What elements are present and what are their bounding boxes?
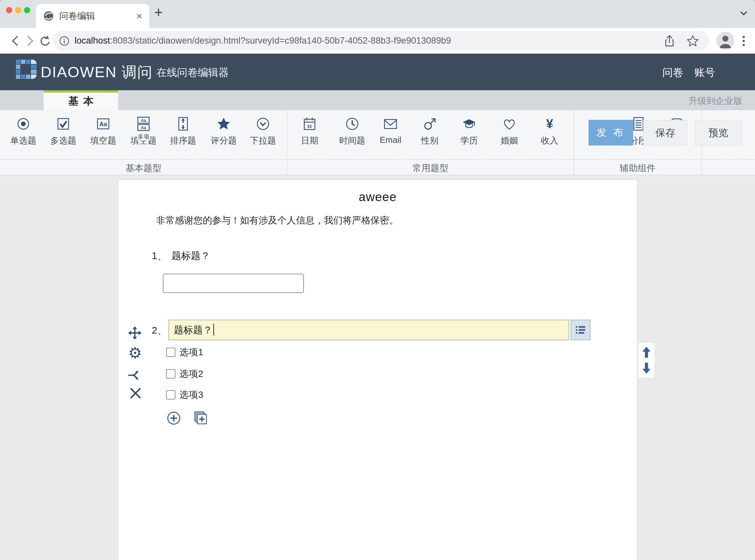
sort-icon xyxy=(176,116,191,132)
browser-toolbar: localhost:8083/static/diaowen/design.htm… xyxy=(0,28,755,54)
ribbon-item-date[interactable]: 31 日期 xyxy=(293,116,326,146)
survey-title[interactable]: aweee xyxy=(119,190,637,204)
label-divider xyxy=(0,159,755,159)
survey-description[interactable]: 非常感谢您的参与！如有涉及个人信息，我们将严格保密。 xyxy=(156,214,399,227)
textbox-multi-icon: Aa Aa xyxy=(136,116,151,132)
profile-avatar[interactable] xyxy=(716,32,734,49)
svg-text:¥: ¥ xyxy=(546,117,553,131)
ribbon-item-gender[interactable]: 性别 xyxy=(413,116,446,146)
question-settings-gear-icon[interactable]: ⚙ xyxy=(128,345,142,361)
ribbon-item-dropdown[interactable]: 下拉题 xyxy=(246,116,280,146)
svg-text:Aa: Aa xyxy=(141,125,146,130)
editor-stage: aweee 非常感谢您的参与！如有涉及个人信息，我们将严格保密。 1、题标题？ … xyxy=(0,176,755,560)
address-bar[interactable]: localhost:8083/static/diaowen/design.htm… xyxy=(53,31,709,51)
url-host: localhost xyxy=(75,36,110,46)
header-nav: 问卷 账号 xyxy=(662,65,715,80)
browser-menu-icon[interactable] xyxy=(737,34,750,48)
ribbon-tab-row: 基本 升级到企业版 xyxy=(0,90,755,110)
question-1-number: 1、 xyxy=(152,251,167,261)
ribbon-item-income[interactable]: ¥ 收入 xyxy=(533,116,566,146)
delete-question-icon[interactable] xyxy=(128,386,143,401)
clock-icon xyxy=(345,116,360,132)
move-question-icon[interactable] xyxy=(127,326,142,340)
survey-canvas: aweee 非常感谢您的参与！如有涉及个人信息，我们将严格保密。 1、题标题？ … xyxy=(118,180,637,560)
text-cursor xyxy=(213,324,214,336)
group-label-basic: 基本题型 xyxy=(0,162,287,174)
option-list-button[interactable] xyxy=(571,320,591,340)
ribbon-item-education[interactable]: 学历 xyxy=(452,116,486,146)
ribbon-item-multi-choice[interactable]: 多选题 xyxy=(47,116,80,146)
move-down-icon[interactable] xyxy=(640,362,653,375)
save-button[interactable]: 保存 xyxy=(643,120,688,145)
tab-search-chevron-icon[interactable] xyxy=(738,7,750,19)
person-icon xyxy=(716,32,734,49)
option-2-label[interactable]: 选项2 xyxy=(179,367,203,380)
url-path: :8083/static/diaowen/design.html?surveyI… xyxy=(110,36,451,46)
option-3-checkbox[interactable] xyxy=(166,390,176,400)
question-1-title-row[interactable]: 1、题标题？ xyxy=(152,249,210,263)
tab-strip: 问卷编辑 × + xyxy=(0,0,755,28)
radio-icon xyxy=(16,116,31,132)
globe-favicon-icon xyxy=(43,11,54,21)
calendar-icon: 31 xyxy=(302,116,317,132)
question-type-toolbar: 单选题 多选题 Aa 填空题 Aa Aa 多项 填空题 xyxy=(0,110,755,175)
browser-tab[interactable]: 问卷编辑 × xyxy=(36,4,149,28)
forward-icon[interactable] xyxy=(23,34,38,48)
male-icon xyxy=(422,116,437,132)
svg-text:Aa: Aa xyxy=(141,118,146,123)
option-row: 选项2 xyxy=(166,368,203,380)
ribbon-item-time[interactable]: 时间题 xyxy=(335,116,369,146)
option-2-checkbox[interactable] xyxy=(166,369,176,379)
svg-text:Aa: Aa xyxy=(99,121,107,127)
ribbon-item-single-choice[interactable]: 单选题 xyxy=(7,116,40,146)
ribbon-item-multi-fill-blank[interactable]: Aa Aa 多项 填空题 xyxy=(127,116,160,146)
batch-add-options-icon[interactable] xyxy=(193,411,208,426)
share-page-icon[interactable] xyxy=(662,34,676,48)
ribbon-item-marriage[interactable]: 婚姻 xyxy=(493,116,526,146)
svg-text:31: 31 xyxy=(307,124,312,129)
window-zoom-button[interactable] xyxy=(24,7,30,13)
yen-icon: ¥ xyxy=(542,116,557,132)
new-tab-button[interactable]: + xyxy=(150,5,166,21)
add-option-icon[interactable] xyxy=(166,411,181,426)
option-1-label[interactable]: 选项1 xyxy=(179,346,203,359)
upgrade-link[interactable]: 升级到企业版 xyxy=(689,95,742,107)
question-reorder-controls xyxy=(638,343,654,378)
ribbon-item-rating[interactable]: 评分题 xyxy=(207,116,240,146)
move-up-icon[interactable] xyxy=(640,345,653,359)
app-header: DIAOWEN 调问 在线问卷编辑器 问卷 账号 xyxy=(0,54,755,90)
diaowen-logo-icon xyxy=(16,60,37,85)
option-3-label[interactable]: 选项3 xyxy=(179,388,203,401)
logic-branch-icon[interactable] xyxy=(127,368,142,383)
star-icon xyxy=(216,116,231,132)
site-info-icon[interactable] xyxy=(59,35,70,47)
envelope-icon xyxy=(383,116,398,132)
window-minimize-button[interactable] xyxy=(15,7,21,13)
tab-title: 问卷编辑 xyxy=(59,10,136,22)
question-1-title: 题标题？ xyxy=(171,251,210,261)
app-subtitle: 在线问卷编辑器 xyxy=(157,65,229,80)
heart-icon xyxy=(502,116,517,132)
group-label-aux: 辅助组件 xyxy=(574,162,701,174)
option-row: 选项3 xyxy=(166,389,203,401)
bookmark-star-icon[interactable] xyxy=(686,34,700,48)
option-1-checkbox[interactable] xyxy=(166,347,176,357)
back-icon[interactable] xyxy=(7,34,22,48)
window-close-button[interactable] xyxy=(6,7,12,13)
tab-basic[interactable]: 基本 xyxy=(44,90,118,110)
dropdown-icon xyxy=(255,116,271,132)
option-row: 选项1 xyxy=(166,346,203,358)
checkbox-icon xyxy=(56,116,71,132)
preview-button[interactable]: 预览 xyxy=(695,120,742,145)
question-2-number: 2、 xyxy=(152,324,167,337)
ribbon-item-sort[interactable]: 排序题 xyxy=(166,116,200,146)
question-1-text-input[interactable] xyxy=(163,274,304,293)
publish-button[interactable]: 发 布 xyxy=(589,120,633,145)
tab-close-icon[interactable]: × xyxy=(136,11,142,21)
ribbon-item-email[interactable]: Email xyxy=(374,116,407,145)
ribbon-item-fill-blank[interactable]: Aa 填空题 xyxy=(86,116,120,146)
nav-item-surveys[interactable]: 问卷 xyxy=(662,65,683,80)
question-2-title-edit-field[interactable]: 题标题？ xyxy=(168,320,569,340)
reload-icon[interactable] xyxy=(38,34,53,48)
nav-item-account[interactable]: 账号 xyxy=(694,65,715,80)
